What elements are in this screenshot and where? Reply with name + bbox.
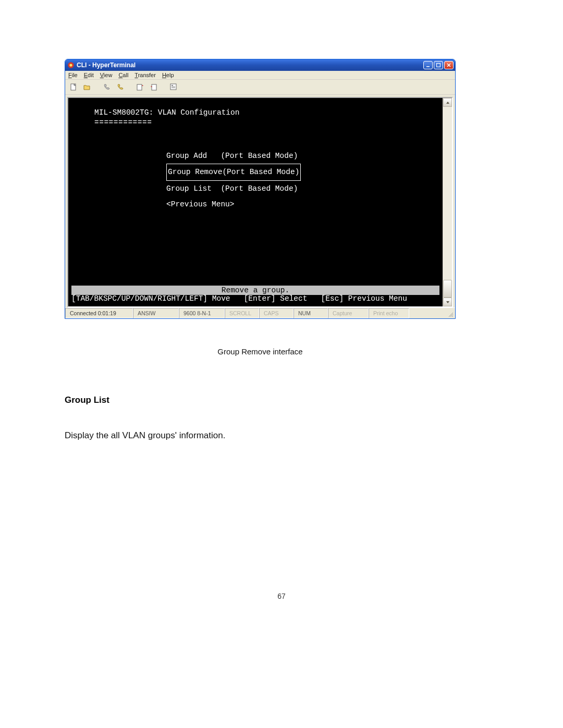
scroll-up-icon[interactable]	[443, 98, 452, 107]
properties-icon[interactable]	[168, 82, 179, 92]
status-params: 9600 8-N-1	[179, 308, 225, 318]
status-num: NUM	[293, 308, 328, 318]
menu-item-group-add[interactable]: Group Add (Port Based Mode)	[74, 148, 437, 164]
menu-call[interactable]: Call	[118, 72, 128, 78]
menubar: File Edit View Call Transfer Help	[65, 71, 455, 80]
terminal-help-line: [TAB/BKSPC/UP/DOWN/RIGHT/LEFT] Move [Ent…	[71, 293, 439, 304]
call-icon[interactable]	[102, 82, 112, 92]
status-printecho: Print echo	[369, 308, 409, 318]
open-icon[interactable]	[82, 82, 92, 92]
app-icon	[67, 61, 75, 69]
receive-icon[interactable]	[149, 82, 159, 92]
menu-help[interactable]: Help	[162, 72, 174, 78]
terminal-underline: ============	[74, 117, 437, 128]
menu-item-previous[interactable]: <Previous Menu>	[74, 196, 437, 212]
status-bar: Connected 0:01:19 ANSIW 9600 8-N-1 SCROL…	[65, 307, 455, 318]
terminal-menu: Group Add (Port Based Mode) Group Remove…	[74, 148, 437, 213]
figure-caption: Group Remove interface	[65, 347, 456, 356]
status-capture: Capture	[328, 308, 369, 318]
maximize-button[interactable]	[434, 61, 443, 69]
terminal-screen[interactable]: MIL-SM8002TG: VLAN Configuration =======…	[68, 98, 443, 306]
svg-rect-6	[152, 84, 156, 90]
svg-rect-5	[137, 84, 142, 90]
terminal-header: MIL-SM8002TG: VLAN Configuration	[74, 107, 437, 118]
svg-point-1	[69, 64, 72, 66]
disconnect-icon[interactable]	[115, 82, 126, 92]
scroll-down-icon[interactable]	[443, 298, 452, 306]
vertical-scrollbar[interactable]	[443, 98, 452, 306]
svg-rect-10	[172, 88, 175, 88]
resize-grip-icon[interactable]	[446, 308, 455, 318]
svg-rect-2	[426, 66, 430, 67]
status-scroll: SCROLL	[225, 308, 259, 318]
titlebar: CLI - HyperTerminal	[65, 59, 455, 71]
menu-file[interactable]: File	[68, 72, 78, 78]
status-connection: Connected 0:01:19	[65, 308, 133, 318]
menu-transfer[interactable]: Transfer	[134, 72, 156, 78]
page-number: 67	[0, 592, 563, 600]
new-icon[interactable]	[68, 82, 79, 92]
section-heading: Group List	[65, 395, 456, 405]
scroll-thumb[interactable]	[443, 280, 452, 298]
close-button[interactable]	[444, 61, 454, 69]
svg-rect-8	[172, 85, 173, 86]
status-caps: CAPS	[259, 308, 293, 318]
status-emulation: ANSIW	[133, 308, 179, 318]
svg-rect-9	[172, 87, 175, 87]
menu-item-group-list[interactable]: Group List (Port Based Mode)	[74, 181, 437, 196]
hyperterminal-window: CLI - HyperTerminal File Edit View Call …	[65, 59, 456, 319]
minimize-button[interactable]	[423, 61, 433, 69]
menu-view[interactable]: View	[100, 72, 113, 78]
body-paragraph: Display the all VLAN groups' information…	[65, 430, 456, 441]
window-title: CLI - HyperTerminal	[77, 61, 136, 69]
send-icon[interactable]	[135, 82, 145, 92]
menu-edit[interactable]: Edit	[84, 72, 94, 78]
svg-rect-3	[437, 64, 440, 67]
menu-item-group-remove[interactable]: Group Remove(Port Based Mode)	[74, 164, 437, 180]
toolbar	[65, 80, 455, 95]
